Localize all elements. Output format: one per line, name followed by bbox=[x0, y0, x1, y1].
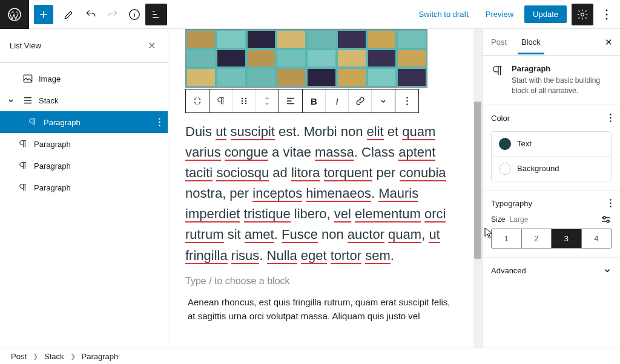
svg-point-25 bbox=[603, 216, 605, 219]
svg-point-19 bbox=[610, 114, 611, 115]
font-size-label: Size bbox=[491, 215, 505, 224]
list-view-panel: List View ✕ Image Stack Paragraph Paragr bbox=[0, 29, 168, 348]
font-size-option-1[interactable]: 1 bbox=[492, 229, 521, 248]
chevron-down-icon[interactable] bbox=[7, 97, 17, 104]
text-color-label: Text bbox=[517, 139, 532, 148]
color-panel-options-button[interactable] bbox=[610, 114, 612, 122]
color-panel: Color Text Background bbox=[483, 105, 620, 190]
switch-to-draft-button[interactable]: Switch to draft bbox=[412, 6, 474, 22]
svg-point-20 bbox=[610, 117, 611, 119]
tree-item-paragraph[interactable]: Paragraph bbox=[0, 133, 168, 155]
svg-rect-6 bbox=[24, 75, 32, 82]
svg-point-9 bbox=[159, 125, 160, 126]
block-breadcrumb: Post ❯ Stack ❯ Paragraph bbox=[0, 348, 620, 364]
svg-point-15 bbox=[245, 103, 246, 104]
block-appender[interactable]: Type / to choose a block bbox=[176, 268, 475, 295]
breadcrumb-item[interactable]: Post bbox=[11, 352, 27, 361]
stack-icon bbox=[22, 95, 34, 106]
tree-item-image[interactable]: Image bbox=[0, 68, 168, 89]
tree-item-label: Paragraph bbox=[34, 183, 71, 192]
text-color-button[interactable]: Text bbox=[492, 132, 611, 156]
tree-item-label: Image bbox=[39, 74, 61, 83]
tab-post[interactable]: Post bbox=[487, 30, 510, 54]
block-toolbar: B I bbox=[185, 89, 475, 113]
svg-point-4 bbox=[606, 13, 608, 15]
background-color-swatch bbox=[499, 163, 511, 175]
advanced-panel-title: Advanced bbox=[491, 266, 526, 275]
typography-panel-title: Typography bbox=[491, 199, 532, 208]
breadcrumb-item[interactable]: Paragraph bbox=[82, 352, 119, 361]
svg-point-16 bbox=[406, 97, 407, 98]
scrollbar-thumb[interactable] bbox=[474, 102, 481, 259]
block-title: Paragraph bbox=[512, 64, 612, 73]
svg-point-24 bbox=[610, 206, 611, 207]
typography-panel-options-button[interactable] bbox=[610, 199, 612, 207]
link-button[interactable] bbox=[349, 89, 372, 112]
main-layout: List View ✕ Image Stack Paragraph Paragr bbox=[0, 29, 620, 348]
tree-item-paragraph-selected[interactable]: Paragraph bbox=[0, 111, 168, 133]
svg-point-17 bbox=[406, 100, 407, 102]
svg-point-3 bbox=[606, 9, 608, 11]
update-button[interactable]: Update bbox=[524, 5, 567, 23]
tree-item-options-button[interactable] bbox=[159, 118, 160, 126]
settings-button[interactable] bbox=[572, 4, 593, 25]
svg-point-8 bbox=[159, 122, 160, 123]
font-size-option-2[interactable]: 2 bbox=[521, 229, 552, 248]
font-size-option-3[interactable]: 3 bbox=[551, 229, 581, 248]
editor-canvas[interactable]: B I Duis ut suscipit est. Morbi non elit… bbox=[168, 29, 482, 348]
tab-block[interactable]: Block bbox=[518, 30, 544, 54]
topbar-right: Switch to draft Preview Update bbox=[412, 4, 620, 25]
canvas-scrollbar[interactable] bbox=[473, 29, 482, 348]
font-size-presets: 1 2 3 4 bbox=[491, 229, 612, 249]
italic-button[interactable]: I bbox=[326, 89, 349, 112]
svg-point-14 bbox=[241, 103, 242, 104]
tree-item-stack[interactable]: Stack bbox=[0, 89, 168, 111]
more-rich-text-button[interactable] bbox=[372, 89, 395, 112]
paragraph-block[interactable]: Aenean rhoncus, est quis fringilla rutru… bbox=[176, 295, 475, 323]
more-options-button[interactable] bbox=[598, 4, 615, 25]
text-color-swatch bbox=[499, 138, 511, 150]
tree-item-label: Paragraph bbox=[34, 140, 71, 149]
breadcrumb-item[interactable]: Stack bbox=[44, 352, 64, 361]
font-size-option-4[interactable]: 4 bbox=[581, 229, 612, 248]
list-view-toggle[interactable] bbox=[145, 4, 167, 25]
block-description: Start with the basic building block of a… bbox=[512, 76, 612, 96]
svg-point-2 bbox=[581, 13, 584, 16]
close-list-view-button[interactable]: ✕ bbox=[145, 37, 158, 54]
font-size-value: Large bbox=[510, 215, 529, 224]
align-button[interactable] bbox=[279, 89, 302, 112]
redo-button[interactable] bbox=[102, 4, 124, 25]
move-up-down-button[interactable] bbox=[256, 89, 279, 112]
image-block[interactable] bbox=[185, 29, 427, 88]
tree-item-label: Paragraph bbox=[44, 118, 81, 127]
svg-point-18 bbox=[406, 103, 407, 105]
advanced-panel-toggle[interactable]: Advanced bbox=[483, 258, 620, 284]
block-options-button[interactable] bbox=[395, 89, 418, 112]
bold-button[interactable]: B bbox=[303, 89, 326, 112]
drag-handle-button[interactable] bbox=[186, 89, 209, 112]
topbar-left bbox=[0, 0, 167, 28]
paragraph-icon bbox=[27, 117, 39, 127]
background-color-button[interactable]: Background bbox=[492, 156, 611, 181]
undo-button[interactable] bbox=[80, 4, 102, 25]
add-block-button[interactable] bbox=[34, 5, 53, 24]
svg-point-10 bbox=[241, 98, 242, 99]
document-info-button[interactable] bbox=[124, 4, 145, 25]
move-block-button[interactable] bbox=[232, 89, 256, 112]
close-sidebar-button[interactable]: ✕ bbox=[602, 34, 615, 50]
custom-size-toggle[interactable] bbox=[601, 215, 612, 224]
list-view-title: List View bbox=[10, 41, 41, 50]
block-type-button[interactable] bbox=[209, 89, 232, 112]
preview-button[interactable]: Preview bbox=[480, 6, 519, 22]
wordpress-logo[interactable] bbox=[0, 0, 29, 29]
block-card: Paragraph Start with the basic building … bbox=[483, 56, 620, 105]
sidebar-tabs: Post Block ✕ bbox=[483, 29, 620, 56]
block-tree: Image Stack Paragraph Paragraph Paragrap… bbox=[0, 63, 168, 203]
tree-item-paragraph[interactable]: Paragraph bbox=[0, 177, 168, 198]
edit-tool-button[interactable] bbox=[58, 4, 80, 25]
chevron-right-icon: ❯ bbox=[33, 353, 38, 360]
image-icon bbox=[22, 73, 34, 84]
svg-point-13 bbox=[245, 100, 246, 102]
paragraph-block[interactable]: Duis ut suscipit est. Morbi non elit et … bbox=[176, 113, 475, 268]
tree-item-paragraph[interactable]: Paragraph bbox=[0, 155, 168, 177]
